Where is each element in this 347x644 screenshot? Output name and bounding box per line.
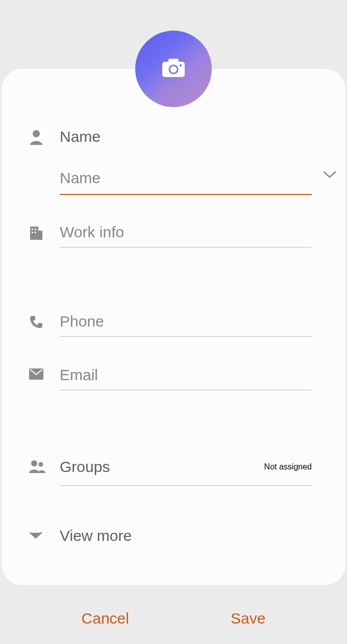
email-icon (29, 368, 43, 382)
phone-input[interactable] (60, 313, 312, 330)
svg-rect-9 (32, 232, 33, 233)
svg-point-4 (33, 130, 40, 137)
contact-form-card: Name (2, 69, 345, 585)
groups-value: Not assigned (264, 462, 312, 472)
view-more-label: View more (60, 527, 132, 544)
email-input[interactable] (60, 366, 312, 384)
save-button[interactable]: Save (210, 600, 286, 637)
svg-rect-8 (35, 229, 36, 230)
svg-rect-1 (168, 59, 179, 64)
person-icon (29, 130, 43, 147)
chevron-down-icon (29, 531, 42, 541)
phone-icon (29, 315, 43, 331)
svg-rect-10 (35, 232, 36, 233)
groups-icon (29, 460, 45, 475)
view-more-button[interactable]: View more (29, 527, 312, 545)
svg-rect-6 (38, 231, 42, 240)
svg-point-12 (31, 460, 37, 466)
camera-icon (162, 59, 185, 79)
svg-point-3 (180, 64, 182, 66)
groups-selector[interactable]: Groups Not assigned (60, 458, 312, 486)
work-info-input[interactable] (60, 224, 312, 241)
svg-point-13 (39, 462, 43, 467)
svg-rect-7 (32, 229, 33, 230)
building-icon (29, 226, 43, 242)
svg-rect-5 (30, 227, 38, 240)
name-input[interactable] (60, 169, 254, 187)
name-label: Name (60, 128, 312, 146)
contact-photo-button[interactable] (135, 31, 212, 107)
expand-name-icon[interactable] (323, 170, 336, 181)
bottom-action-bar: Cancel Save (0, 593, 347, 644)
groups-label: Groups (60, 458, 110, 476)
svg-rect-0 (162, 62, 185, 77)
cancel-button[interactable]: Cancel (61, 600, 150, 637)
